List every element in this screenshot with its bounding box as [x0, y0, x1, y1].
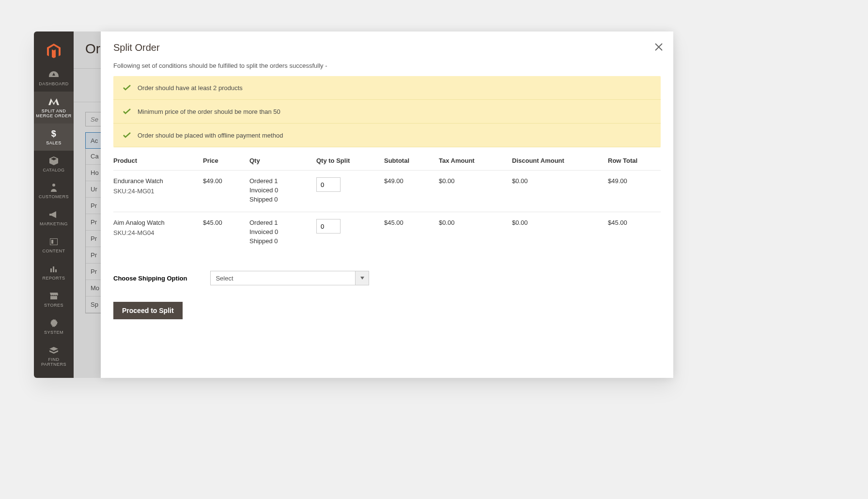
condition-item: Order should have at least 2 products: [113, 76, 661, 100]
nav-split-merge[interactable]: SPLIT AND MERGE ORDER: [34, 92, 74, 124]
nav-dashboard[interactable]: DASHBOARD: [34, 64, 74, 92]
nav-label: MARKETING: [40, 222, 68, 227]
modal-subtitle: Following set of conditions should be fu…: [113, 62, 661, 69]
product-sku: SKU:24-MG01: [113, 187, 199, 195]
col-qty: Qty: [249, 150, 316, 171]
col-discount: Discount Amount: [512, 150, 608, 171]
product-name: Endurance Watch: [113, 177, 199, 185]
nav-label: CUSTOMERS: [39, 195, 69, 200]
nav-label: SALES: [46, 141, 62, 146]
nav-sales[interactable]: $ SALES: [34, 124, 74, 151]
svg-rect-5: [53, 266, 54, 272]
shipping-option-label: Choose Shipping Option: [113, 275, 187, 282]
cell-tax: $0.00: [439, 171, 512, 212]
nav-marketing[interactable]: MARKETING: [34, 204, 74, 232]
nav-label: SPLIT AND MERGE ORDER: [35, 109, 73, 119]
gauge-icon: [49, 69, 59, 80]
condition-text: Minimum price of the order should be mor…: [138, 108, 280, 115]
qty-invoiced: Invoiced 0: [249, 187, 312, 194]
cell-price: $45.00: [203, 212, 249, 254]
svg-text:$: $: [51, 129, 57, 139]
cell-row-total: $45.00: [608, 212, 661, 254]
magento-logo: [34, 38, 74, 64]
chevron-down-icon: [355, 271, 369, 285]
partners-icon: [49, 345, 58, 356]
nav-catalog[interactable]: CATALOG: [34, 151, 74, 178]
shipping-option-select[interactable]: Select: [210, 271, 369, 285]
conditions-list: Order should have at least 2 products Mi…: [113, 76, 661, 147]
nav-system[interactable]: SYSTEM: [34, 313, 74, 340]
svg-rect-3: [51, 240, 53, 244]
qty-to-split-input[interactable]: [316, 219, 341, 234]
col-product: Product: [113, 150, 203, 171]
split-order-modal: Split Order Following set of conditions …: [101, 31, 673, 378]
nav-label: REPORTS: [43, 276, 65, 281]
col-row-total: Row Total: [608, 150, 661, 171]
cell-discount: $0.00: [512, 171, 608, 212]
nav-label: DASHBOARD: [39, 82, 69, 87]
qty-ordered: Ordered 1: [249, 177, 312, 185]
cell-tax: $0.00: [439, 212, 512, 254]
nav-stores[interactable]: STORES: [34, 286, 74, 313]
nav-label: SYSTEM: [44, 330, 63, 335]
col-qty-split: Qty to Split: [316, 150, 384, 171]
svg-rect-2: [50, 238, 58, 245]
col-subtotal: Subtotal: [384, 150, 439, 171]
qty-to-split-input[interactable]: [316, 177, 341, 192]
shipping-option-value: Select: [216, 275, 233, 282]
admin-sidebar: DASHBOARD SPLIT AND MERGE ORDER $ SALES …: [34, 31, 74, 378]
cell-price: $49.00: [203, 171, 249, 212]
megaphone-icon: [49, 209, 58, 220]
qty-ordered: Ordered 1: [249, 219, 312, 226]
check-icon: [123, 131, 131, 139]
qty-shipped: Shipped 0: [249, 237, 312, 245]
nav-label: STORES: [44, 303, 63, 308]
nav-find-partners[interactable]: FIND PARTNERS: [34, 340, 74, 372]
table-row: Aim Analog Watch SKU:24-MG04 $45.00 Orde…: [113, 212, 661, 254]
cell-row-total: $49.00: [608, 171, 661, 212]
cell-subtotal: $45.00: [384, 212, 439, 254]
condition-text: Order should be placed with offline paym…: [138, 132, 283, 139]
qty-shipped: Shipped 0: [249, 196, 312, 203]
modal-title: Split Order: [113, 42, 661, 53]
svg-rect-6: [55, 269, 57, 272]
nav-content[interactable]: CONTENT: [34, 232, 74, 259]
close-icon: [654, 43, 663, 51]
check-icon: [123, 84, 131, 92]
cell-subtotal: $49.00: [384, 171, 439, 212]
nav-reports[interactable]: REPORTS: [34, 259, 74, 286]
box-icon: [49, 156, 58, 166]
cell-discount: $0.00: [512, 212, 608, 254]
layout-icon: [50, 236, 58, 247]
svg-point-1: [52, 184, 55, 187]
person-icon: [50, 182, 57, 193]
table-row: Endurance Watch SKU:24-MG01 $49.00 Order…: [113, 171, 661, 212]
col-tax: Tax Amount: [439, 150, 512, 171]
nav-customers[interactable]: CUSTOMERS: [34, 177, 74, 204]
items-table: Product Price Qty Qty to Split Subtotal …: [113, 150, 661, 253]
col-price: Price: [203, 150, 249, 171]
close-button[interactable]: [653, 41, 665, 53]
proceed-to-split-button[interactable]: Proceed to Split: [113, 302, 183, 319]
nav-label: FIND PARTNERS: [35, 358, 73, 367]
product-name: Aim Analog Watch: [113, 219, 199, 226]
check-icon: [123, 108, 131, 115]
dollar-icon: $: [50, 128, 57, 139]
product-sku: SKU:24-MG04: [113, 229, 199, 236]
qty-invoiced: Invoiced 0: [249, 228, 312, 235]
store-icon: [49, 291, 58, 301]
bars-icon: [50, 264, 58, 274]
svg-rect-4: [50, 268, 52, 272]
nav-label: CATALOG: [43, 168, 64, 173]
magento-icon: [47, 44, 61, 59]
split-merge-icon: [48, 96, 59, 107]
nav-label: CONTENT: [43, 249, 65, 254]
gear-icon: [50, 318, 58, 328]
condition-text: Order should have at least 2 products: [138, 84, 243, 92]
condition-item: Minimum price of the order should be mor…: [113, 100, 661, 124]
condition-item: Order should be placed with offline paym…: [113, 124, 661, 147]
